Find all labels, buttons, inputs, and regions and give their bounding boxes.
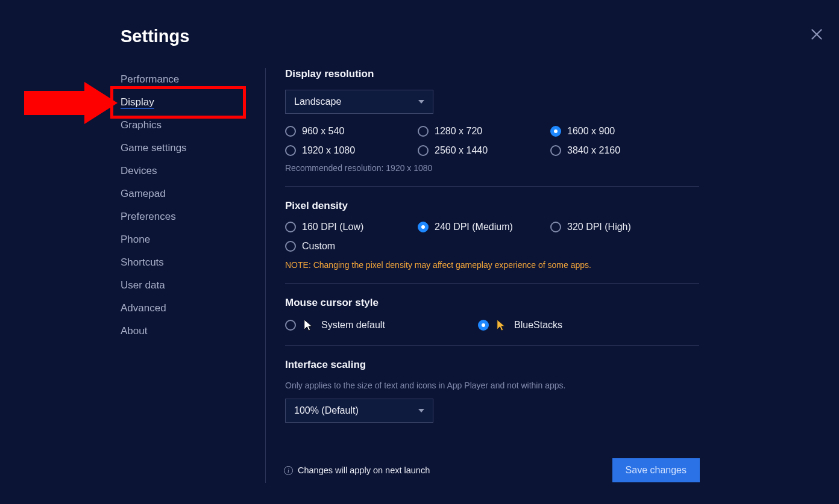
footer-notice-text: Changes will apply on next launch	[298, 465, 430, 475]
radio-icon	[285, 241, 296, 252]
dpi-option-320[interactable]: 320 DPI (High)	[550, 222, 683, 232]
dpi-label: 320 DPI (High)	[567, 222, 631, 232]
cursor-style-title: Mouse cursor style	[285, 297, 699, 309]
scaling-selected-label: 100% (Default)	[294, 405, 359, 416]
radio-icon	[550, 222, 561, 232]
cursor-option-bluestacks[interactable]: BlueStacks	[478, 319, 671, 332]
scaling-dropdown[interactable]: 100% (Default)	[285, 399, 433, 423]
dpi-label: Custom	[302, 241, 335, 252]
radio-icon	[418, 222, 429, 232]
divider	[285, 345, 699, 346]
resolution-label: 1600 x 900	[567, 126, 615, 137]
sidebar-item-user-data[interactable]: User data	[121, 274, 253, 297]
divider	[285, 283, 699, 284]
footer-notice: i Changes will apply on next launch	[284, 465, 430, 475]
orientation-selected-label: Landscape	[294, 96, 341, 107]
sidebar-item-shortcuts[interactable]: Shortcuts	[121, 251, 253, 274]
sidebar-item-preferences[interactable]: Preferences	[121, 205, 253, 228]
annotation-arrow-icon	[18, 79, 121, 127]
footer: i Changes will apply on next launch Save…	[284, 458, 700, 482]
resolution-option-1600x900[interactable]: 1600 x 900	[550, 126, 683, 137]
dpi-option-custom[interactable]: Custom	[285, 241, 418, 252]
resolution-option-960x540[interactable]: 960 x 540	[285, 126, 418, 137]
system-cursor-icon	[303, 319, 314, 332]
resolution-option-1920x1080[interactable]: 1920 x 1080	[285, 145, 418, 156]
radio-icon	[285, 145, 296, 156]
resolution-label: 2560 x 1440	[435, 145, 488, 156]
sidebar-item-gamepad[interactable]: Gamepad	[121, 182, 253, 205]
dpi-label: 160 DPI (Low)	[302, 222, 363, 232]
sidebar-item-game-settings[interactable]: Game settings	[121, 137, 253, 160]
resolution-option-2560x1440[interactable]: 2560 x 1440	[418, 145, 550, 156]
radio-icon	[478, 320, 489, 331]
radio-icon	[418, 145, 429, 156]
resolution-option-3840x2160[interactable]: 3840 x 2160	[550, 145, 683, 156]
page-title: Settings	[121, 26, 820, 46]
pixel-density-title: Pixel density	[285, 200, 699, 212]
recommended-resolution-hint: Recommended resolution: 1920 x 1080	[285, 163, 699, 173]
dpi-option-240[interactable]: 240 DPI (Medium)	[418, 222, 550, 232]
sidebar-item-graphics[interactable]: Graphics	[121, 114, 253, 137]
settings-panel: Display resolution Landscape 960 x 540 1…	[265, 68, 699, 483]
orientation-dropdown[interactable]: Landscape	[285, 90, 433, 114]
resolution-option-1280x720[interactable]: 1280 x 720	[418, 126, 550, 137]
sidebar-item-devices[interactable]: Devices	[121, 160, 253, 182]
chevron-down-icon	[418, 409, 424, 412]
radio-icon	[285, 320, 296, 331]
resolution-label: 1920 x 1080	[302, 145, 355, 156]
save-changes-button[interactable]: Save changes	[612, 458, 700, 482]
sidebar-item-about[interactable]: About	[121, 320, 253, 343]
cursor-label: System default	[321, 320, 385, 331]
pixel-density-note: NOTE: Changing the pixel density may aff…	[285, 260, 699, 270]
resolution-label: 1280 x 720	[435, 126, 482, 137]
radio-icon	[285, 126, 296, 137]
divider	[285, 186, 699, 187]
interface-scaling-title: Interface scaling	[285, 359, 699, 371]
svg-marker-0	[24, 82, 118, 124]
info-icon: i	[284, 466, 293, 475]
display-resolution-title: Display resolution	[285, 68, 699, 80]
chevron-down-icon	[418, 100, 424, 104]
dpi-option-160[interactable]: 160 DPI (Low)	[285, 222, 418, 232]
sidebar-item-performance[interactable]: Performance	[121, 68, 253, 91]
sidebar-item-advanced[interactable]: Advanced	[121, 297, 253, 320]
cursor-label: BlueStacks	[514, 320, 562, 331]
sidebar-item-phone[interactable]: Phone	[121, 228, 253, 251]
radio-icon	[550, 145, 561, 156]
bluestacks-cursor-icon	[496, 319, 507, 332]
resolution-label: 3840 x 2160	[567, 145, 620, 156]
resolution-label: 960 x 540	[302, 126, 344, 137]
radio-icon	[550, 126, 561, 137]
cursor-option-system[interactable]: System default	[285, 319, 478, 332]
radio-icon	[285, 222, 296, 232]
radio-icon	[418, 126, 429, 137]
sidebar: Performance Display Graphics Game settin…	[121, 68, 265, 483]
sidebar-item-display[interactable]: Display	[121, 91, 253, 114]
interface-scaling-desc: Only applies to the size of text and ico…	[285, 381, 699, 390]
dpi-label: 240 DPI (Medium)	[435, 222, 513, 232]
